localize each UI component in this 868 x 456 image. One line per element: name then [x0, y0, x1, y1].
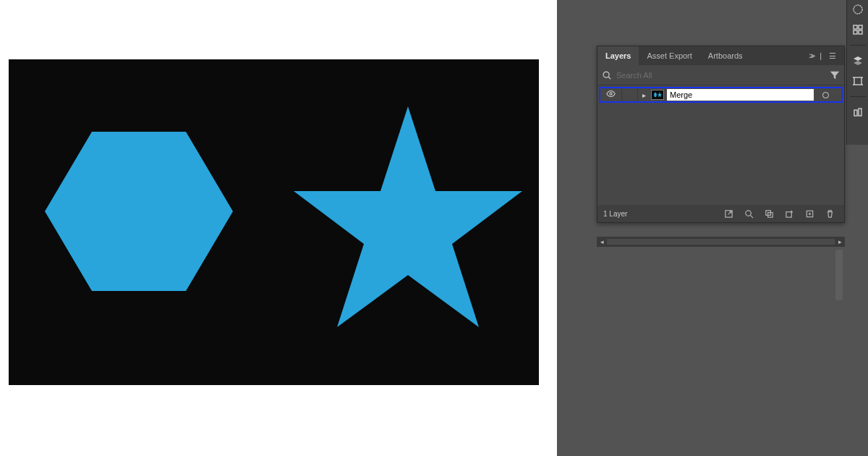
scroll-track[interactable]: [607, 239, 835, 245]
tab-layers[interactable]: Layers: [597, 46, 639, 65]
svg-marker-5: [658, 92, 662, 97]
artboards-icon[interactable]: [851, 75, 864, 88]
right-icon-rail: [846, 0, 868, 145]
panel-tabs: Layers Asset Export Artboards >> | ☰: [597, 46, 844, 65]
rail-divider: [850, 96, 866, 97]
canvas-area: [0, 0, 557, 456]
color-icon[interactable]: [851, 3, 864, 16]
layer-name-input[interactable]: [667, 89, 814, 101]
swatches-icon[interactable]: [851, 23, 864, 36]
libraries-icon[interactable]: [851, 106, 864, 119]
panel-h-scrollbar[interactable]: ◂ ▸: [597, 237, 845, 247]
collapse-panel-icon[interactable]: >>: [805, 51, 816, 60]
layers-icon[interactable]: [851, 54, 864, 67]
svg-marker-22: [854, 56, 862, 61]
svg-point-7: [745, 210, 750, 215]
layer-search-input[interactable]: [616, 71, 825, 80]
svg-rect-29: [854, 110, 857, 116]
layer-count-label: 1 Layer: [603, 210, 627, 218]
new-sublayer-icon[interactable]: [784, 208, 794, 219]
layer-search-row: [597, 65, 844, 85]
locate-icon[interactable]: [744, 208, 754, 219]
panel-footer: 1 Layer: [597, 205, 844, 222]
svg-rect-19: [859, 25, 862, 29]
svg-rect-24: [854, 77, 861, 85]
right-ui-area: Layers Asset Export Artboards >> | ☰: [557, 0, 868, 456]
svg-rect-20: [854, 30, 857, 34]
svg-rect-30: [859, 109, 861, 116]
visibility-toggle[interactable]: [600, 88, 622, 101]
layers-panel: Layers Asset Export Artboards >> | ☰: [597, 46, 845, 223]
artboard-svg: [9, 59, 539, 385]
clip-mask-icon[interactable]: [764, 208, 774, 219]
expand-layer-icon[interactable]: ▸: [638, 91, 648, 99]
export-icon[interactable]: [723, 208, 733, 219]
panel-menu-icon[interactable]: ☰: [825, 51, 840, 61]
workspace-v-scrollbar[interactable]: [835, 250, 843, 300]
svg-point-17: [854, 5, 862, 14]
rail-divider: [850, 45, 866, 46]
svg-point-3: [610, 93, 612, 95]
tab-asset-export[interactable]: Asset Export: [639, 46, 699, 65]
svg-point-0: [603, 72, 609, 77]
eye-icon: [606, 88, 616, 101]
search-icon: [602, 70, 612, 80]
lock-cell[interactable]: [622, 88, 638, 101]
scroll-left-icon[interactable]: ◂: [597, 238, 607, 245]
divider: |: [816, 51, 825, 60]
layer-row-merge[interactable]: ▸: [599, 87, 843, 103]
tab-artboards[interactable]: Artboards: [700, 46, 751, 65]
delete-layer-icon[interactable]: [825, 208, 835, 219]
svg-line-1: [608, 77, 610, 79]
scroll-right-icon[interactable]: ▸: [835, 238, 845, 245]
filter-icon[interactable]: [830, 70, 840, 80]
new-layer-icon[interactable]: [804, 208, 814, 219]
layers-list: ▸: [597, 85, 844, 205]
svg-marker-4: [654, 93, 657, 97]
layer-thumbnail: [651, 90, 664, 100]
svg-rect-11: [786, 211, 791, 216]
target-layer-icon[interactable]: [817, 92, 834, 98]
svg-marker-2: [830, 71, 839, 79]
star-shape[interactable]: [294, 106, 522, 327]
svg-rect-18: [854, 25, 857, 29]
hexagon-shape[interactable]: [45, 132, 233, 291]
svg-marker-23: [854, 61, 862, 65]
artboard[interactable]: [9, 59, 539, 385]
svg-line-8: [750, 215, 753, 218]
svg-rect-21: [859, 30, 862, 34]
